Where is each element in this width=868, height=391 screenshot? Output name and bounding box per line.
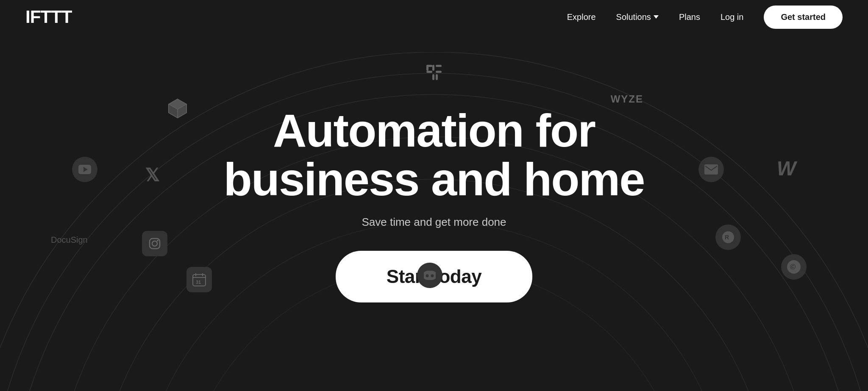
- calendar-icon: 31: [186, 267, 212, 292]
- svg-rect-2: [436, 71, 442, 73]
- instagram-icon: [142, 231, 167, 256]
- youtube-icon: [72, 157, 97, 182]
- svg-text:31: 31: [196, 280, 201, 285]
- chevron-down-icon: [654, 15, 659, 19]
- svg-rect-5: [426, 65, 432, 67]
- wyze-icon: WYZE: [611, 93, 643, 105]
- navbar: IFTTT Explore Solutions Plans Log in Get…: [0, 0, 868, 34]
- svg-rect-7: [436, 65, 442, 67]
- svg-rect-0: [426, 71, 432, 73]
- nav-login[interactable]: Log in: [721, 12, 744, 22]
- svg-rect-3: [432, 74, 434, 80]
- coinbase-icon: ©: [781, 254, 807, 280]
- slack-icon: [423, 61, 445, 83]
- hero-section: Automation for business and home Save ti…: [0, 0, 868, 391]
- svg-text:𝕏: 𝕏: [145, 165, 160, 184]
- nav-links: Explore Solutions Plans Log in Get start…: [567, 6, 843, 29]
- svg-point-21: [426, 275, 429, 277]
- webflow-icon: W: [777, 157, 796, 180]
- get-started-button[interactable]: Get started: [764, 6, 843, 29]
- svg-text:©: ©: [790, 263, 796, 271]
- svg-point-17: [152, 241, 157, 246]
- svg-point-18: [157, 240, 159, 241]
- nav-solutions[interactable]: Solutions: [616, 12, 659, 22]
- gmail-icon: [698, 157, 724, 182]
- hero-title: Automation for business and home: [224, 106, 645, 204]
- nav-plans[interactable]: Plans: [679, 12, 700, 22]
- discord-icon: [417, 263, 442, 288]
- svg-rect-15: [704, 164, 718, 175]
- nav-explore[interactable]: Explore: [567, 12, 596, 22]
- svg-text:R: R: [725, 234, 729, 241]
- twitter-x-icon: 𝕏: [144, 165, 163, 184]
- svg-rect-6: [436, 74, 438, 80]
- logo[interactable]: IFTTT: [25, 7, 72, 27]
- docusign-icon: DocuSign: [51, 235, 88, 245]
- svg-point-22: [431, 275, 434, 277]
- robokiller-icon: R: [715, 225, 741, 250]
- blockstack-icon: [165, 97, 190, 119]
- svg-rect-1: [432, 65, 434, 71]
- hero-subtitle: Save time and get more done: [362, 216, 506, 229]
